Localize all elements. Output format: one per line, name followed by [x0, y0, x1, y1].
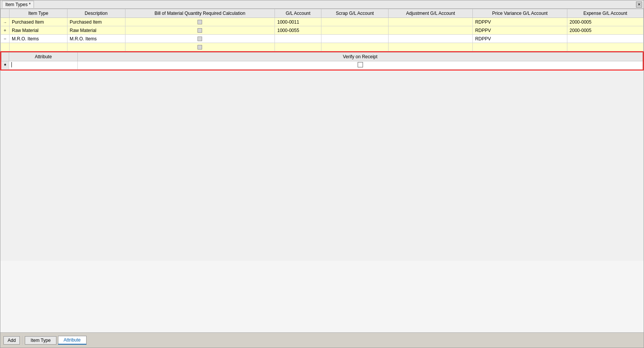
description-cell-2[interactable]: Raw Material [67, 26, 125, 35]
attribute-tab-button[interactable]: Attribute [58, 336, 87, 345]
minus-icon: − [3, 36, 6, 42]
col-header-item-type: Item Type [10, 9, 67, 18]
bottom-toolbar: Add Item Type Attribute [0, 332, 644, 348]
text-cursor [11, 62, 12, 67]
item-type-cell-2[interactable]: Raw Material [10, 26, 67, 35]
verify-cell-1[interactable] [78, 61, 643, 70]
main-grid-container[interactable]: Item Type Description Bill of Material Q… [0, 9, 644, 332]
col-header-price-variance-gl: Price Variance G/L Account [473, 9, 567, 18]
sub-col-header-attribute: Attribute [9, 53, 78, 61]
sub-table-container: Attribute Verify on Receipt * [0, 51, 644, 70]
adjustment-gl-cell-3[interactable] [389, 35, 473, 43]
gl-account-cell-1[interactable]: 1000-0011 [275, 18, 321, 26]
close-icon: ✕ [638, 2, 641, 6]
row-indicator-1: → [1, 18, 10, 26]
col-header-expense-gl: Expense G/L Account [567, 9, 643, 18]
expense-gl-cell-3[interactable] [567, 35, 643, 43]
scrap-gl-cell-4[interactable] [321, 43, 389, 51]
adjustment-gl-cell-1[interactable] [389, 18, 473, 26]
adjustment-gl-cell-4[interactable] [389, 43, 473, 51]
row-indicator-2: + [1, 26, 10, 35]
bom-checkbox-1[interactable] [198, 20, 202, 24]
col-header-gl-account: G/L Account [275, 9, 321, 18]
empty-content-area [0, 70, 644, 261]
item-type-cell-3[interactable]: M.R.O. Items [10, 35, 67, 43]
attribute-cell-1[interactable] [9, 61, 78, 70]
main-table: Item Type Description Bill of Material Q… [0, 9, 644, 51]
content-area: Item Type Description Bill of Material Q… [0, 9, 644, 348]
bom-checkbox-2[interactable] [198, 28, 202, 33]
gl-account-cell-3[interactable] [275, 35, 321, 43]
add-button[interactable]: Add [3, 336, 20, 345]
verify-checkbox-1[interactable] [358, 62, 363, 67]
row-indicator-4 [1, 43, 10, 51]
bom-cell-4[interactable] [125, 43, 275, 51]
sub-row-indicator-1: * [2, 61, 9, 70]
price-variance-gl-cell-1[interactable]: RDPPV [473, 18, 567, 26]
toolbar-separator [22, 336, 22, 345]
sub-table-row[interactable]: * [2, 61, 643, 70]
row-indicator-3: − [1, 35, 10, 43]
scrap-gl-cell-3[interactable] [321, 35, 389, 43]
price-variance-gl-cell-2[interactable]: RDPPV [473, 26, 567, 35]
scrap-gl-cell-1[interactable] [321, 18, 389, 26]
col-header-indicator [1, 9, 10, 18]
title-bar: Item Types * ✕ [0, 0, 644, 9]
description-cell-1[interactable]: Purchased Item [67, 18, 125, 26]
main-window: Item Types * ✕ Item Type Description [0, 0, 644, 348]
gl-account-cell-4[interactable] [275, 43, 321, 51]
item-type-cell-4[interactable] [10, 43, 67, 51]
col-header-description: Description [67, 9, 125, 18]
expense-gl-cell-4[interactable] [567, 43, 643, 51]
col-header-adjustment-gl: Adjustment G/L Account [389, 9, 473, 18]
table-row[interactable]: − M.R.O. Items M.R.O. Items [1, 35, 644, 43]
description-cell-4[interactable] [67, 43, 125, 51]
item-type-cell-1[interactable]: Purchased Item [10, 18, 67, 26]
description-cell-3[interactable]: M.R.O. Items [67, 35, 125, 43]
item-type-tab-button[interactable]: Item Type [25, 336, 56, 345]
bom-cell-1[interactable] [125, 18, 275, 26]
bom-cell-2[interactable] [125, 26, 275, 35]
scrap-gl-cell-2[interactable] [321, 26, 389, 35]
bom-checkbox-3[interactable] [198, 37, 202, 41]
sub-table: Attribute Verify on Receipt * [1, 52, 643, 70]
col-header-bom-qty: Bill of Material Quantity Required Calcu… [125, 9, 275, 18]
table-row[interactable]: → Purchased Item Purchased Item [1, 18, 644, 26]
plus-icon: + [3, 28, 6, 33]
close-button[interactable]: ✕ [636, 2, 642, 8]
title-tab[interactable]: Item Types * [2, 1, 34, 8]
table-row[interactable] [1, 43, 644, 51]
sub-col-header-verify: Verify on Receipt [78, 53, 643, 61]
price-variance-gl-cell-3[interactable]: RDPPV [473, 35, 567, 43]
adjustment-gl-cell-2[interactable] [389, 26, 473, 35]
bom-cell-3[interactable] [125, 35, 275, 43]
price-variance-gl-cell-4[interactable] [473, 43, 567, 51]
sub-col-header-indicator [2, 53, 9, 61]
title-tab-label: Item Types * [5, 2, 31, 7]
row-arrow-icon: → [3, 20, 7, 24]
bom-checkbox-4[interactable] [198, 45, 202, 49]
asterisk-icon: * [4, 62, 6, 69]
expense-gl-cell-2[interactable]: 2000-0005 [567, 26, 643, 35]
expense-gl-cell-1[interactable]: 2000-0005 [567, 18, 643, 26]
table-row[interactable]: + Raw Material Raw Material [1, 26, 644, 35]
gl-account-cell-2[interactable]: 1000-0055 [275, 26, 321, 35]
col-header-scrap-gl: Scrap G/L Account [321, 9, 389, 18]
